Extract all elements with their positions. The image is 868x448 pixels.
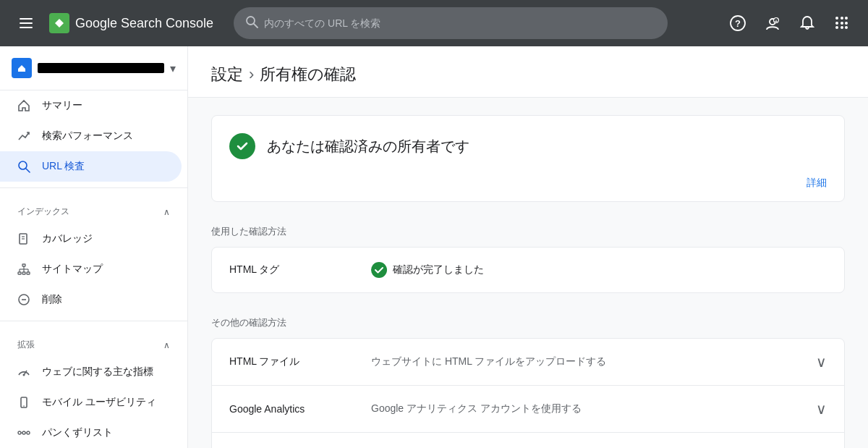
svg-point-32 [18,431,21,434]
url-inspection-label: URL 検査 [42,160,85,173]
sidebar-item-url-inspection[interactable]: URL 検査 [0,151,182,182]
performance-label: 検索パフォーマンス [42,130,133,143]
sidebar-item-mobile[interactable]: モバイル ユーザビリティ [0,387,182,418]
app-logo: Google Search Console [49,13,213,33]
sitemaps-label: サイトマップ [42,263,103,276]
sidebar-item-performance[interactable]: 検索パフォーマンス [0,121,182,151]
svg-rect-2 [20,27,33,28]
svg-rect-17 [22,264,25,266]
trending-up-icon [17,130,30,143]
index-section-header: インデックス ∧ [0,194,187,224]
home-icon [17,99,30,112]
svg-text:+: + [775,19,778,24]
breadcrumbs-icon [17,426,30,439]
other-methods-section-label: その他の確認方法 [211,310,845,338]
sidebar-divider-1 [0,187,187,188]
google-analytics-method-name: Google Analytics [229,403,359,415]
summary-label: サマリー [42,99,82,112]
property-chevron-icon: ▾ [170,62,176,75]
verification-header: あなたは確認済みの所有者です [212,116,844,171]
sidebar-divider-2 [0,321,187,321]
google-analytics-chevron-icon[interactable]: ∨ [816,400,827,418]
main-content: 設定 › 所有権の確認 あなたは確認済みの所有者です 詳細 [188,46,868,448]
html-tag-method-status: 確認が完了しました [371,262,827,278]
index-collapse-icon[interactable]: ∧ [163,207,170,217]
coverage-icon [17,232,30,245]
nav-actions: ? + [723,9,856,38]
enhancement-section-label: 拡張 [17,339,35,351]
html-tag-status-text: 確認が完了しました [393,263,484,276]
enhancement-section-header: 拡張 ∧ [0,327,187,357]
verification-check-icon [229,133,255,159]
enhancement-collapse-icon[interactable]: ∧ [163,340,170,350]
google-analytics-method-desc: Google アナリティクス アカウントを使用する [371,402,804,415]
sidebar-item-web-vitals[interactable]: ウェブに関する主な指標 [0,357,182,387]
property-icon [12,58,32,78]
used-method-section-label: 使用した確認方法 [211,219,845,247]
svg-line-13 [26,169,30,172]
svg-point-31 [23,405,25,407]
verification-status-card: あなたは確認済みの所有者です 詳細 [211,115,845,202]
web-vitals-label: ウェブに関する主な指標 [42,365,153,379]
page-header: 設定 › 所有権の確認 [188,46,868,98]
sidebar-item-summary[interactable]: サマリー [0,90,182,121]
removals-label: 削除 [42,293,62,306]
hamburger-menu[interactable] [12,9,41,38]
breadcrumb-parent: 設定 [211,64,243,85]
url-search-icon [17,160,30,173]
svg-rect-20 [27,272,30,274]
html-tag-method-row: HTML タグ 確認が完了しました [212,248,844,292]
sitemap-icon [17,263,30,276]
notifications-button[interactable] [793,9,822,38]
html-file-method-desc: ウェブサイトに HTML ファイルをアップロードする [371,355,804,368]
svg-point-34 [27,431,30,434]
other-methods-card: HTML ファイル ウェブサイトに HTML ファイルをアップロードする ∨ G… [211,338,845,448]
sidebar-item-coverage[interactable]: カバレッジ [0,224,182,254]
search-icon [245,15,258,32]
breadcrumb-current: 所有権の確認 [260,64,356,85]
svg-rect-19 [22,272,25,274]
svg-point-12 [19,161,27,169]
search-bar [234,7,668,39]
accounts-button[interactable]: + [758,9,787,38]
verification-detail-row: 詳細 [212,171,844,201]
removals-icon [17,293,30,306]
svg-text:?: ? [735,18,741,29]
google-tag-manager-method-row[interactable]: Google タグ マネージャー Google タグ マネージャーのアカウントを… [212,433,844,448]
html-file-method-name: HTML ファイル [229,355,359,368]
sidebar-item-removals[interactable]: 削除 [0,284,182,315]
search-input[interactable] [264,17,656,29]
help-button[interactable]: ? [723,9,752,38]
google-analytics-method-row[interactable]: Google Analytics Google アナリティクス アカウントを使用… [212,386,844,433]
top-navigation: Google Search Console ? + [0,0,868,46]
svg-rect-1 [20,22,33,24]
method-check-icon [371,262,387,278]
svg-line-5 [254,24,258,28]
sidebar: ▾ サマリー 検索パフォーマンス [0,46,188,448]
mobile-icon [17,396,30,409]
used-method-card: HTML タグ 確認が完了しました [211,247,845,293]
app-title: Google Search Console [75,16,213,31]
sidebar-item-sitemaps[interactable]: サイトマップ [0,254,182,284]
apps-button[interactable] [827,9,856,38]
svg-point-33 [22,431,25,434]
html-file-method-row[interactable]: HTML ファイル ウェブサイトに HTML ファイルをアップロードする ∨ [212,339,844,386]
svg-point-4 [247,17,255,25]
svg-rect-18 [18,272,21,274]
breadcrumbs-label: パンくずリスト [42,426,113,439]
coverage-label: カバレッジ [42,232,93,245]
property-name [38,63,164,73]
property-selector[interactable]: ▾ [0,46,187,90]
speed-icon [17,365,30,379]
index-section-label: インデックス [17,206,69,218]
svg-rect-0 [20,18,33,20]
breadcrumb-separator: › [249,65,254,84]
verification-title: あなたは確認済みの所有者です [267,137,469,156]
html-tag-method-name: HTML タグ [229,263,359,276]
sidebar-item-breadcrumbs[interactable]: パンくずリスト [0,418,182,448]
svg-point-29 [23,374,25,376]
detail-link[interactable]: 詳細 [807,177,827,190]
page-content: あなたは確認済みの所有者です 詳細 使用した確認方法 HTML タグ [188,98,868,448]
html-file-chevron-icon[interactable]: ∨ [816,353,827,371]
mobile-label: モバイル ユーザビリティ [42,396,156,409]
